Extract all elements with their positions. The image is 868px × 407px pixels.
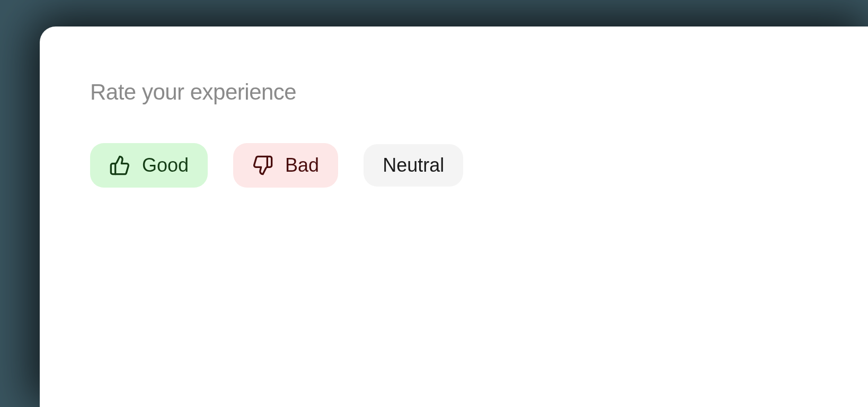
good-chip-label: Good — [142, 156, 189, 175]
rating-chip-group: Good Bad Neutral — [90, 143, 818, 188]
good-chip[interactable]: Good — [90, 143, 208, 188]
neutral-chip-label: Neutral — [383, 156, 444, 175]
neutral-chip[interactable]: Neutral — [364, 144, 463, 187]
bad-chip[interactable]: Bad — [233, 143, 338, 188]
thumbs-up-icon — [109, 155, 130, 176]
thumbs-down-icon — [252, 155, 273, 176]
bad-chip-label: Bad — [285, 156, 319, 175]
rating-card: Rate your experience Good Bad Neutral — [40, 26, 868, 407]
rating-title: Rate your experience — [90, 79, 818, 105]
